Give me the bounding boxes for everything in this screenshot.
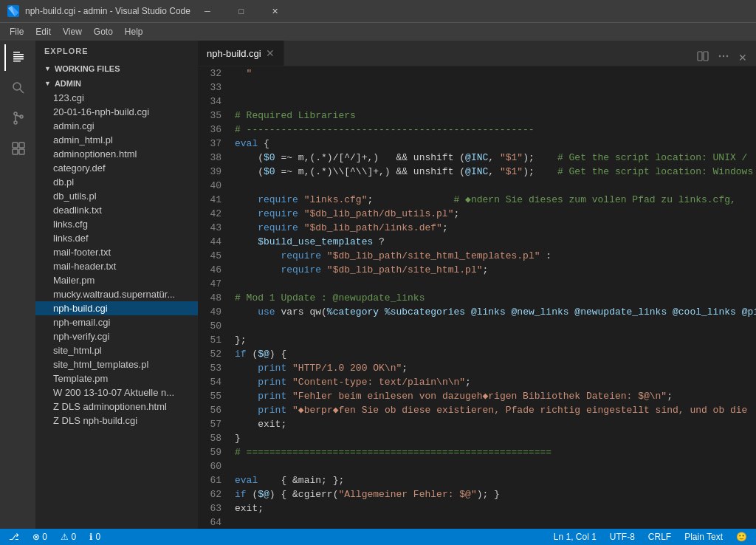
code-line: use vars qw(%category %subcategories @li…	[235, 306, 756, 318]
code-line: require "$db_lib_path/site_html_template…	[235, 250, 551, 261]
file-db-pl[interactable]: db.pl	[35, 175, 198, 189]
file-template-pm[interactable]: Template.pm	[35, 371, 198, 385]
file-nph-build-cgi[interactable]: nph-build.cgi	[35, 301, 198, 315]
warning-number: 0	[71, 532, 76, 542]
file-links-cfg[interactable]: links.cfg	[35, 217, 198, 231]
search-sidebar-icon[interactable]	[4, 75, 31, 101]
smiley-icon[interactable]: 🙂	[733, 532, 750, 542]
file-123-cgi[interactable]: 123.cgi	[35, 91, 198, 105]
menu-goto[interactable]: Goto	[88, 25, 119, 38]
code-line: if ($@) { &cgierr("Allgemeiner Fehler: $…	[235, 489, 500, 500]
svg-line-6	[20, 89, 24, 93]
file-list: 123.cgi 20-01-16-nph-build.cgi admin.cgi…	[35, 91, 198, 529]
close-editor-button[interactable]: ✕	[735, 50, 750, 65]
code-line: print "HTTP/1.0 200 OK\n";	[235, 363, 408, 374]
svg-rect-2	[13, 56, 24, 58]
info-icon: ℹ	[89, 532, 93, 542]
svg-point-7	[14, 112, 17, 115]
warning-icon: ⚠	[61, 532, 69, 542]
main-layout: EXPLORE WORKING FILES ADMIN 123.cgi 20-0…	[0, 41, 756, 529]
file-deadlink-txt[interactable]: deadlink.txt	[35, 203, 198, 217]
svg-rect-16	[698, 52, 702, 61]
svg-point-8	[14, 121, 17, 124]
split-editor-button[interactable]	[694, 49, 712, 66]
tab-close-button[interactable]: ✕	[266, 47, 275, 59]
file-mail-header[interactable]: mail-header.txt	[35, 259, 198, 273]
file-w200[interactable]: W 200 13-10-07 Aktuelle n...	[35, 385, 198, 400]
svg-rect-17	[704, 52, 708, 61]
close-button[interactable]: ✕	[258, 0, 292, 22]
source-control-icon[interactable]	[4, 105, 31, 131]
code-line: require "links.cfg"; # ◆ndern Sie dieses…	[235, 194, 736, 205]
code-line: eval {	[235, 138, 269, 149]
file-site-html-pl[interactable]: site_html.pl	[35, 343, 198, 357]
menu-help[interactable]: Help	[119, 25, 149, 38]
file-site-html-templates[interactable]: site_html_templates.pl	[35, 357, 198, 371]
svg-point-5	[13, 83, 21, 90]
code-line: require "$db_lib_path/site_html.pl";	[235, 264, 488, 275]
file-admin-html-pl[interactable]: admin_html.pl	[35, 133, 198, 147]
file-admin-cgi[interactable]: admin.cgi	[35, 119, 198, 133]
working-files-header[interactable]: WORKING FILES	[35, 61, 198, 76]
more-actions-button[interactable]	[715, 49, 732, 66]
file-20-01-16[interactable]: 20-01-16-nph-build.cgi	[35, 105, 198, 119]
file-nph-email-cgi[interactable]: nph-email.cgi	[35, 315, 198, 329]
cursor-position[interactable]: Ln 1, Col 1	[551, 532, 599, 542]
code-line: ($0 =~ m,(.*)\\[^\\]+,) && unshift (@INC…	[235, 166, 753, 177]
file-mail-footer[interactable]: mail-footer.txt	[35, 245, 198, 259]
code-line: exit;	[235, 419, 286, 430]
code-editor[interactable]: 32 33 34 35 36 37 38 39 40 41 42 43 44 4…	[198, 66, 756, 529]
svg-rect-1	[13, 54, 24, 55]
app-icon	[7, 5, 19, 17]
menu-file[interactable]: File	[4, 25, 30, 38]
code-line: require "$db_lib_path/db_utils.pl";	[235, 208, 459, 219]
menu-view[interactable]: View	[57, 25, 88, 38]
warning-count[interactable]: ⚠ 0	[58, 532, 79, 542]
svg-rect-14	[13, 149, 18, 154]
code-line: # ======================================…	[235, 447, 551, 458]
code-line: exit;	[235, 503, 264, 514]
file-category-def[interactable]: category.def	[35, 161, 198, 175]
file-adminoptionen[interactable]: adminoptionen.html	[35, 147, 198, 161]
file-mucky[interactable]: mucky.waltraud.supernatür...	[35, 287, 198, 301]
info-count[interactable]: ℹ 0	[86, 532, 103, 542]
svg-point-20	[726, 55, 728, 57]
file-mailer-pm[interactable]: Mailer.pm	[35, 273, 198, 287]
svg-rect-3	[13, 58, 24, 60]
file-z-dls-adminoptionen[interactable]: Z DLS adminoptionen.html	[35, 400, 198, 414]
maximize-button[interactable]: □	[224, 0, 258, 22]
explorer-icon[interactable]	[4, 44, 31, 71]
encoding[interactable]: UTF-8	[607, 532, 638, 542]
line-ending[interactable]: CRLF	[645, 532, 674, 542]
tab-label: nph-build.cgi	[207, 48, 261, 59]
error-icon: ⊗	[32, 532, 40, 542]
extensions-icon[interactable]	[4, 135, 31, 162]
svg-rect-15	[19, 149, 24, 154]
sidebar: EXPLORE WORKING FILES ADMIN 123.cgi 20-0…	[35, 41, 198, 529]
file-z-dls-nph-build[interactable]: Z DLS nph-build.cgi	[35, 414, 198, 428]
code-line: }	[235, 433, 241, 444]
menu-edit[interactable]: Edit	[30, 25, 57, 38]
code-line: require "$db_lib_path/links.def";	[235, 222, 448, 233]
code-content[interactable]: " # Required Librariers # --------------…	[227, 66, 756, 529]
svg-rect-13	[19, 143, 24, 148]
line-numbers: 32 33 34 35 36 37 38 39 40 41 42 43 44 4…	[198, 66, 227, 529]
code-line: ($0 =~ m,(.*)/[^/]+,) && unshift (@INC, …	[235, 152, 747, 163]
tab-actions: ✕	[694, 49, 756, 66]
minimize-button[interactable]: ─	[190, 0, 224, 22]
editor-area: nph-build.cgi ✕ ✕	[198, 41, 756, 529]
file-nph-verify-cgi[interactable]: nph-verify.cgi	[35, 329, 198, 343]
language-mode[interactable]: Plain Text	[681, 532, 726, 542]
file-db-utils-pl[interactable]: db_utils.pl	[35, 189, 198, 203]
status-bar: ⎇ ⊗ 0 ⚠ 0 ℹ 0 Ln 1, Col 1 UTF-8 CRLF Pla…	[0, 529, 756, 545]
window-title: nph-build.cgi - admin - Visual Studio Co…	[25, 6, 190, 16]
tab-nph-build-cgi[interactable]: nph-build.cgi ✕	[198, 41, 284, 66]
file-links-def[interactable]: links.def	[35, 231, 198, 245]
svg-rect-4	[13, 61, 21, 62]
code-line: print "◆berpr◆fen Sie ob diese existiere…	[235, 405, 747, 416]
error-count[interactable]: ⊗ 0	[30, 532, 50, 542]
admin-section-header[interactable]: ADMIN	[35, 76, 198, 91]
git-icon: ⎇	[9, 532, 19, 542]
git-branch[interactable]: ⎇	[6, 532, 22, 542]
title-bar: nph-build.cgi - admin - Visual Studio Co…	[0, 0, 756, 22]
